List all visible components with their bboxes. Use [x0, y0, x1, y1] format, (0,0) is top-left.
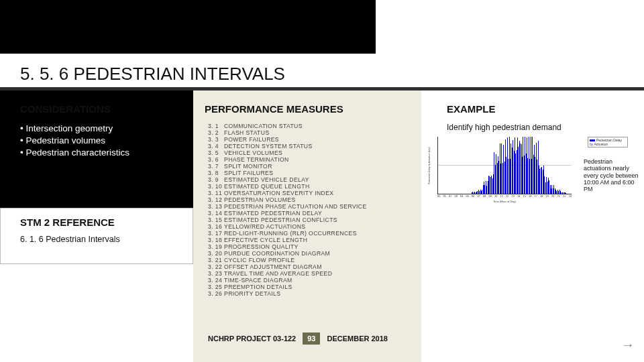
performance-item-label: PRIORITY DETAILS: [224, 290, 280, 297]
performance-item-label: DETECTION SYSTEM STATUS: [224, 143, 313, 149]
performance-item-number: 3. 12: [208, 196, 224, 203]
page-number-badge: 93: [303, 333, 320, 345]
footer-project: NCHRP PROJECT 03-122: [208, 335, 296, 343]
chart-x-tick: 20: [551, 194, 554, 200]
legend-swatch-icon: [590, 139, 595, 141]
performance-item-number: 3. 6: [208, 156, 224, 163]
chart-x-tick: 01: [443, 194, 446, 200]
performance-list: 3. 1COMMUNICATION STATUS3. 2FLASH STATUS…: [208, 123, 406, 297]
performance-item-number: 3. 19: [208, 243, 224, 250]
performance-item-label: OVERSATURATION SEVERITY INDEX: [224, 190, 333, 196]
example-heading: EXAMPLE: [447, 103, 496, 115]
chart-y-axis-label: Pedestrian Delay by Actuation (sec): [428, 137, 435, 194]
performance-item-label: PURDUE COORDINATION DIAGRAM: [224, 250, 330, 257]
chart-bar: [566, 193, 566, 194]
considerations-heading: CONSIDERATIONS: [20, 103, 111, 115]
chart-x-tick: 16: [529, 194, 531, 200]
performance-item-label: PEDESTRIAN PHASE ACTUATION AND SERVICE: [224, 203, 367, 210]
performance-item: 3. 10ESTIMATED QUEUE LENGTH: [208, 183, 406, 190]
considerations-list: Intersection geometry Pedestrian volumes…: [20, 123, 174, 160]
performance-item-number: 3. 23: [208, 270, 224, 277]
chart-x-tick: 14: [517, 194, 520, 200]
performance-item-label: ESTIMATED VEHICLE DELAY: [224, 176, 309, 183]
performance-item-number: 3. 1: [208, 123, 224, 129]
chart-x-tick: 17: [535, 194, 537, 200]
performance-item-label: PROGRESSION QUALITY: [224, 243, 299, 250]
chart-x-tick: 02: [449, 194, 451, 200]
performance-item: 3. 17RED-LIGHT-RUNNING (RLR) OCCURRENCES: [208, 230, 406, 237]
performance-item-number: 3. 8: [208, 170, 224, 176]
footer: NCHRP PROJECT 03-122 93 DECEMBER 2018: [208, 333, 388, 345]
performance-item-label: ESTIMATED PEDESTRIAN DELAY: [224, 210, 322, 217]
performance-item: 3. 14ESTIMATED PEDESTRIAN DELAY: [208, 210, 406, 217]
chart-x-tick: 08: [483, 194, 486, 200]
chart-x-tick: 19: [546, 194, 549, 200]
performance-heading: PERFORMANCE MEASURES: [205, 103, 343, 115]
performance-item: 3. 1COMMUNICATION STATUS: [208, 123, 406, 129]
chart-plot-area: [437, 137, 572, 194]
performance-item-number: 3. 4: [208, 143, 224, 149]
performance-item-number: 3. 9: [208, 176, 224, 183]
performance-item-label: PHASE TERMINATION: [224, 156, 289, 163]
next-arrow-icon[interactable]: →: [621, 337, 635, 353]
performance-item: 3. 20PURDUE COORDINATION DIAGRAM: [208, 250, 406, 257]
chart-x-tick: 13: [512, 194, 515, 200]
performance-item-label: CYCLIC FLOW PROFILE: [224, 257, 295, 263]
performance-item-label: TIME-SPACE DIAGRAM: [224, 277, 292, 284]
performance-item-number: 3. 25: [208, 284, 224, 290]
performance-item-number: 3. 7: [208, 163, 224, 170]
performance-item-number: 3. 14: [208, 210, 224, 217]
performance-item-number: 3. 2: [208, 129, 224, 136]
list-item: Intersection geometry: [20, 123, 174, 135]
performance-item-number: 3. 17: [208, 230, 224, 237]
chart-legend: Pedestrian Delay by Actuation: [588, 137, 628, 147]
performance-item-label: FLASH STATUS: [224, 129, 270, 136]
performance-item-number: 3. 20: [208, 250, 224, 257]
chart-x-tick: 21: [557, 194, 560, 200]
performance-item: 3. 19PROGRESSION QUALITY: [208, 243, 406, 250]
chart-x-tick: 03: [455, 194, 458, 200]
chart-x-tick: 11: [500, 194, 503, 200]
performance-item-number: 3. 18: [208, 237, 224, 243]
performance-item: 3. 18EFFECTIVE CYCLE LENGTH: [208, 237, 406, 243]
performance-item-number: 3. 15: [208, 217, 224, 223]
page-title: 5. 5. 6 PEDESTRIAN INTERVALS: [20, 64, 285, 84]
chart-x-tick: 05: [466, 194, 469, 200]
chart-x-ticks: 0001020304050607080910111213141516171819…: [437, 194, 572, 200]
performance-item: 3. 15ESTIMATED PEDESTRIAN CONFLICTS: [208, 217, 406, 223]
chart-x-tick: 07: [478, 194, 480, 200]
performance-item-label: ESTIMATED PEDESTRIAN CONFLICTS: [224, 217, 337, 223]
performance-item: 3. 8SPLIT FAILURES: [208, 170, 406, 176]
performance-item-label: ESTIMATED QUEUE LENGTH: [224, 183, 310, 190]
chart-x-tick: 06: [472, 194, 474, 200]
performance-item: 3. 6PHASE TERMINATION: [208, 156, 406, 163]
performance-item: 3. 22OFFSET ADJUSTMENT DIAGRAM: [208, 263, 406, 270]
performance-item: 3. 3POWER FAILURES: [208, 136, 406, 143]
performance-item-label: OFFSET ADJUSTMENT DIAGRAM: [224, 263, 322, 270]
chart-x-tick: 22: [563, 194, 566, 200]
performance-item-label: SPLIT FAILURES: [224, 170, 273, 176]
stm-heading: STM 2 REFERENCE: [20, 217, 115, 228]
chart-x-tick: 23: [569, 194, 572, 200]
chart-x-tick: 04: [460, 194, 463, 200]
performance-item: 3. 13PEDESTRIAN PHASE ACTUATION AND SERV…: [208, 203, 406, 210]
footer-date: DECEMBER 2018: [327, 335, 387, 343]
performance-item-number: 3. 26: [208, 290, 224, 297]
performance-item-number: 3. 3: [208, 136, 224, 143]
performance-item-label: EFFECTIVE CYCLE LENGTH: [224, 237, 307, 243]
performance-item-number: 3. 22: [208, 263, 224, 270]
performance-item: 3. 4DETECTION SYSTEM STATUS: [208, 143, 406, 149]
performance-item-number: 3. 24: [208, 277, 224, 284]
performance-item: 3. 5VEHICLE VOLUMES: [208, 149, 406, 156]
performance-item: 3. 12PEDESTRIAN VOLUMES: [208, 196, 406, 203]
performance-item-label: YELLOW/RED ACTUATIONS: [224, 223, 305, 230]
list-item: Pedestrian volumes: [20, 135, 174, 147]
chart-x-tick: 12: [506, 194, 508, 200]
performance-item-label: VEHICLE VOLUMES: [224, 149, 282, 156]
list-item: Pedestrian characteristics: [20, 147, 174, 159]
chart-x-tick: 18: [540, 194, 543, 200]
chart-x-tick: 00: [437, 194, 440, 200]
performance-item: 3. 11OVERSATURATION SEVERITY INDEX: [208, 190, 406, 196]
example-subtext: Identify high pedestrian demand: [447, 123, 561, 132]
performance-item-number: 3. 10: [208, 183, 224, 190]
